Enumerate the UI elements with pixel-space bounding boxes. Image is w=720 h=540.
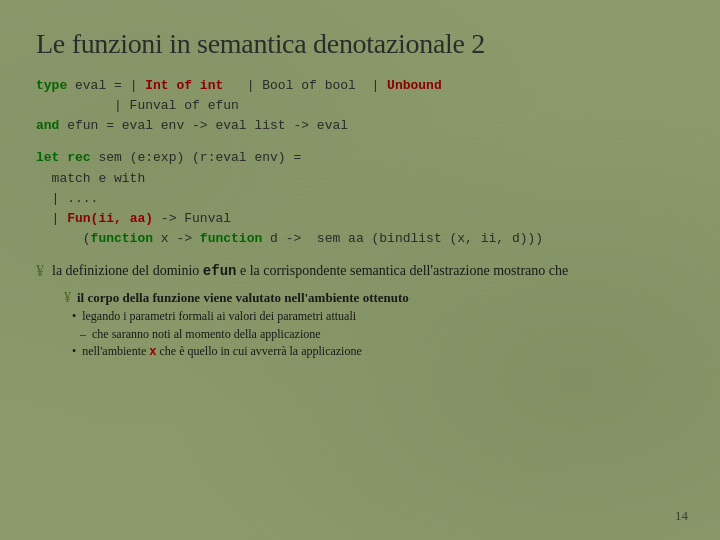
page-number: 14 bbox=[675, 508, 688, 524]
dash-item-1: – che saranno noti al momento della appl… bbox=[80, 327, 684, 342]
dot-symbol-1: • bbox=[72, 309, 76, 324]
code-line-2: | Funval of efun bbox=[36, 96, 684, 116]
main-bullet-1: ¥ la definizione del dominio efun e la c… bbox=[36, 261, 684, 282]
code-block-2: let rec sem (e:exp) (r:eval env) = match… bbox=[36, 148, 684, 249]
slide-title: Le funzioni in semantica denotazionale 2 bbox=[36, 28, 684, 60]
code-line-1: type eval = | Int of int | Bool of bool … bbox=[36, 76, 684, 96]
code-line-7: | Fun(ii, aa) -> Funval bbox=[36, 209, 684, 229]
dot-text-2: nell'ambiente x che è quello in cui avve… bbox=[82, 344, 362, 359]
code-line-6: | .... bbox=[36, 189, 684, 209]
bullet-symbol-1: ¥ bbox=[36, 262, 44, 280]
sub-bullets: ¥ il corpo della funzione viene valutato… bbox=[64, 290, 684, 359]
code-block-1: type eval = | Int of int | Bool of bool … bbox=[36, 76, 684, 136]
dot-bullet-2: • nell'ambiente x che è quello in cui av… bbox=[72, 344, 684, 359]
dash-text: che saranno noti al momento della applic… bbox=[92, 327, 321, 342]
dash-symbol: – bbox=[80, 327, 86, 342]
code-line-3: and efun = eval env -> eval list -> eval bbox=[36, 116, 684, 136]
code-line-8: (function x -> function d -> sem aa (bin… bbox=[36, 229, 684, 249]
code-line-4: let rec sem (e:exp) (r:eval env) = bbox=[36, 148, 684, 168]
slide: Le funzioni in semantica denotazionale 2… bbox=[0, 0, 720, 540]
dot-text-1: legando i parametri formali ai valori de… bbox=[82, 309, 356, 324]
bullet-text-1: la definizione del dominio efun e la cor… bbox=[52, 261, 568, 282]
dot-symbol-2: • bbox=[72, 344, 76, 359]
code-line-5: match e with bbox=[36, 169, 684, 189]
sub-bullet-symbol: ¥ bbox=[64, 290, 71, 306]
sub-bullet-item-1: ¥ il corpo della funzione viene valutato… bbox=[64, 290, 684, 306]
dot-bullet-1: • legando i parametri formali ai valori … bbox=[72, 309, 684, 324]
sub-bullet-text: il corpo della funzione viene valutato n… bbox=[77, 290, 409, 306]
